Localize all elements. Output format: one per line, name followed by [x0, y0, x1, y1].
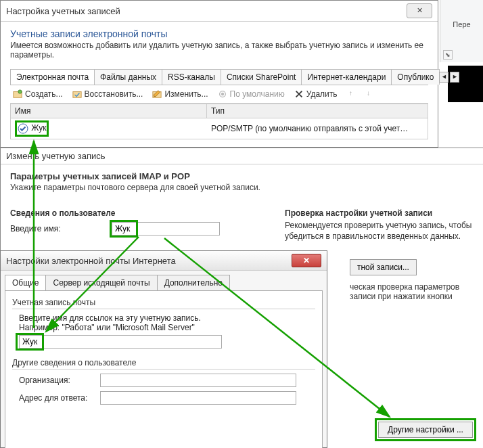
tabs-scroll-right[interactable]: ►	[450, 72, 459, 83]
repair-icon	[72, 89, 82, 99]
auto-test-text-2: записи при нажатии кнопки	[350, 292, 474, 301]
account-list-header: Имя Тип	[10, 104, 428, 118]
create-account-label: Создать...	[25, 89, 63, 99]
account-default-icon	[17, 122, 29, 135]
tab-internet-calendars[interactable]: Интернет-календари	[301, 69, 392, 85]
tab-sharepoint[interactable]: Списки SharePoint	[221, 69, 302, 85]
ribbon-expand-icon[interactable]: ⬊	[443, 50, 453, 60]
more-settings-button[interactable]: Другие настройки ...	[378, 422, 473, 438]
dialog3-titlebar: Настройки электронной почты Интернета ✕	[1, 251, 327, 271]
ribbon-group-label: Пере	[440, 20, 483, 28]
test-account-button[interactable]: тной записи...	[350, 259, 417, 275]
test-settings-desc: Рекомендуется проверить учетную запись, …	[285, 221, 474, 242]
tab-data-files[interactable]: Файлы данных	[94, 69, 162, 85]
tab-general[interactable]: Общие	[5, 275, 46, 290]
dialog1-titlebar: Настройка учетных записей ✕	[1, 1, 438, 22]
edit-icon	[152, 89, 162, 99]
move-up-button[interactable]: ↑	[347, 89, 355, 99]
tab-advanced[interactable]: Дополнительно	[157, 275, 230, 290]
other-user-info-group-label: Другие сведения о пользователе	[12, 358, 315, 369]
dialog2-titlebar: Измен ь учетную запись	[1, 148, 483, 164]
email-accounts-subtext: Имеется возможность добавить или удалить…	[10, 41, 428, 60]
create-account-button[interactable]: Создать...	[13, 89, 63, 99]
organization-label: Организация:	[19, 376, 100, 385]
organization-input[interactable]	[100, 374, 296, 387]
dialog2-title: Измен ь учетную запись	[6, 151, 105, 161]
column-type[interactable]: Тип	[207, 104, 428, 118]
test-settings-heading: Проверка настройки учетной записи	[285, 208, 474, 218]
default-icon	[218, 89, 227, 99]
user-info-heading: Сведения о пользователе	[10, 208, 260, 218]
tabs-scroll-left[interactable]: ◄	[439, 72, 448, 83]
repair-account-button[interactable]: Восстановить...	[72, 89, 143, 99]
move-down-button[interactable]: ↓	[365, 89, 373, 99]
your-name-input[interactable]	[112, 222, 220, 236]
mail-account-group-label: Учетная запись почты	[12, 298, 315, 309]
account-type-cell: POP/SMTP (по умолчанию отправлять с этой…	[207, 122, 428, 135]
imap-pop-subtext: Укажите параметры почтового сервера для …	[10, 183, 474, 192]
tab-rss[interactable]: RSS-каналы	[162, 69, 221, 85]
account-name-cell: Жук	[31, 123, 46, 133]
account-hint-line2: Например: "Работа" или "Microsoft Mail S…	[19, 323, 315, 332]
set-default-label: По умолчанию	[230, 89, 285, 99]
tab-published[interactable]: Опублико	[391, 69, 440, 85]
auto-test-text-1: ческая проверка параметров	[350, 282, 474, 292]
set-default-button[interactable]: По умолчанию	[218, 89, 285, 99]
reply-address-label: Адрес для ответа:	[19, 393, 100, 403]
internet-email-settings-dialog: Настройки электронной почты Интернета ✕ …	[0, 250, 327, 448]
account-toolbar: Создать... Восстановить... Изменить... П…	[10, 85, 428, 104]
dialog1-title: Настройка учетных записей	[6, 6, 120, 16]
column-name[interactable]: Имя	[11, 104, 207, 118]
change-account-button[interactable]: Изменить...	[152, 89, 208, 99]
svg-rect-2	[72, 92, 80, 98]
highlight-more-settings: Другие настройки ...	[375, 418, 476, 441]
account-category-tabs: Электронная почта Файлы данных RSS-канал…	[10, 69, 428, 85]
reply-address-input[interactable]	[100, 391, 296, 405]
account-name-input[interactable]	[19, 335, 222, 349]
ribbon-fragment: Пере ⬊	[440, 0, 483, 62]
tab-outgoing-server[interactable]: Сервер исходящей почты	[45, 275, 157, 290]
enter-name-label: Введите имя:	[10, 224, 112, 233]
dialog3-title: Настройки электронной почты Интернета	[6, 256, 176, 266]
tab-email[interactable]: Электронная почта	[10, 69, 95, 85]
imap-pop-heading: Параметры учетных записей IMAP и POP	[10, 171, 474, 181]
svg-point-5	[221, 93, 223, 95]
account-settings-dialog: Настройка учетных записей ✕ Учетные запи…	[0, 0, 438, 148]
change-account-label: Изменить...	[164, 89, 208, 99]
internet-settings-tabs: Общие Сервер исходящей почты Дополнитель…	[5, 275, 323, 291]
new-icon	[13, 89, 22, 99]
delete-account-button[interactable]: Удалить	[294, 89, 338, 99]
account-hint-line1: Введите имя для ссылок на эту учетную за…	[19, 313, 315, 323]
repair-account-label: Восстановить...	[85, 89, 143, 99]
close-button-red[interactable]: ✕	[292, 254, 321, 267]
email-accounts-heading: Учетные записи электронной почты	[10, 28, 428, 39]
delete-account-label: Удалить	[306, 89, 338, 99]
delete-icon	[294, 89, 304, 99]
account-row[interactable]: Жук POP/SMTP (по умолчанию отправлять с …	[10, 118, 428, 139]
highlight-account-name: Жук	[15, 120, 49, 137]
svg-point-1	[18, 90, 22, 93]
close-button[interactable]: ✕	[407, 3, 432, 18]
